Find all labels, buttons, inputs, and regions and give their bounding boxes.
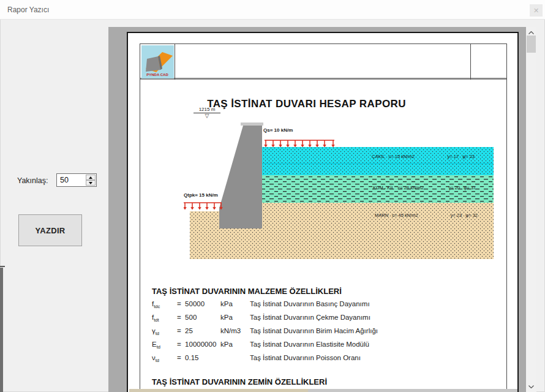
preview-canvas: PYNDA CAD TAŞ İSTİNAT DUVARI HESAP RAPOR… <box>108 27 526 392</box>
chevron-up-icon <box>528 31 534 34</box>
material-property-row: ftdt = 500 kPa Taş İstinat Duvarının Çek… <box>152 314 495 323</box>
layer-label-marl: MARN c= 45 kN/m2γ= 23 φ= 32 <box>375 213 478 218</box>
chevron-down-icon <box>528 385 534 388</box>
material-property-row: Etd = 10000000 kPa Taş İstinat Duvarının… <box>152 341 495 350</box>
retaining-wall-diagram: Qs= 10 kN/m Qtpk= 15 kN/m ÇAKIL c= 15 kN… <box>184 119 496 262</box>
material-property-row: νtd = 0.15 Taş İstinat Duvarının Poisson… <box>152 354 495 364</box>
rapor-yazici-window: { "window": { "title": "Rapor Yazıcı", "… <box>0 0 545 392</box>
docked-panel-notch <box>0 266 5 267</box>
surcharge-top-label: Qs= 10 kN/m <box>263 127 293 133</box>
soil-section-heading: TAŞ İSTİNAT DUVARININ ZEMİN ÖZELLİKLERİ <box>152 377 327 386</box>
diagram-svg <box>184 119 496 262</box>
header-right-cell <box>470 44 506 80</box>
spinner-up-button[interactable] <box>86 175 96 180</box>
zoom-spinbox[interactable]: 50 <box>56 173 97 187</box>
triangle-up-icon <box>89 176 92 179</box>
material-property-row: ftdc = 50000 kPa Taş İstinat Duvarının B… <box>152 300 495 310</box>
report-page: PYNDA CAD TAŞ İSTİNAT DUVARI HESAP RAPOR… <box>127 32 519 392</box>
zoom-label: Yakınlaş: <box>17 176 48 185</box>
elevation-marker-icon: ▽ <box>194 113 220 118</box>
triangle-down-icon <box>89 182 92 184</box>
preview-scrollbar[interactable] <box>526 27 536 392</box>
zoom-spinner <box>86 175 96 186</box>
titlebar: Rapor Yazıcı ✕ <box>0 0 545 20</box>
report-preview: PYNDA CAD TAŞ İSTİNAT DUVARI HESAP RAPOR… <box>108 27 536 392</box>
layer-label-sand-clay: KUM - KİL c= 26 kN/m2γ= 20 φ= 37 <box>373 185 476 190</box>
cutoff-content-band <box>129 389 308 392</box>
print-button[interactable]: YAZDIR <box>18 214 82 246</box>
logo-wall-shape <box>146 56 160 72</box>
scroll-down-button[interactable] <box>526 382 536 391</box>
close-button[interactable]: ✕ <box>530 4 543 17</box>
logo-text: PYNDA CAD <box>146 73 168 77</box>
scroll-thumb[interactable] <box>527 36 536 53</box>
material-section-heading: TAŞ İSTİNAT DUVARININ MALZEME ÖZELLİKLER… <box>152 287 342 296</box>
retaining-wall <box>219 126 262 228</box>
logo-cell: PYNDA CAD <box>140 44 175 80</box>
surcharge-left-label: Qtpk= 15 kN/m <box>184 192 218 198</box>
material-property-row: γtd = 25 kN/m3 Taş İstinat Duvarının Bir… <box>152 327 495 337</box>
spinner-down-button[interactable] <box>86 180 96 186</box>
wall-cap <box>241 123 263 126</box>
docked-panel-edge <box>0 268 3 392</box>
window-title: Rapor Yazıcı <box>7 6 49 14</box>
close-icon: ✕ <box>533 7 539 15</box>
layer-label-gravel: ÇAKIL c= 15 kN/m2γ= 17 φ= 23 <box>372 154 475 159</box>
cutoff-content-band <box>308 389 517 392</box>
company-logo: PYNDA CAD <box>141 45 174 78</box>
report-header-row: PYNDA CAD <box>140 44 506 80</box>
elevation-marker: 1215 m ▽ <box>194 107 220 118</box>
zoom-value: 50 <box>60 176 69 184</box>
